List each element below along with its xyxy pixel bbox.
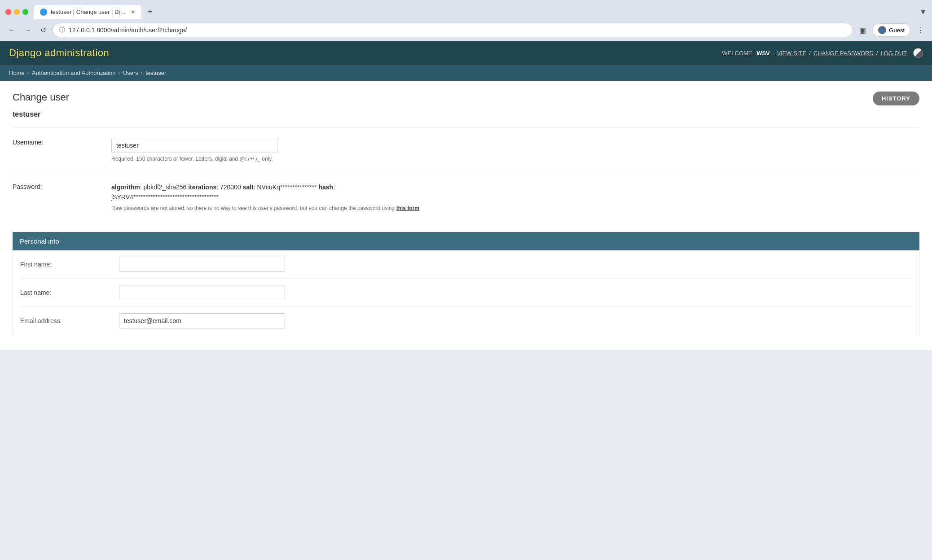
username-field-container: Required. 150 characters or fewer. Lette…	[111, 134, 919, 166]
minimize-window-button[interactable]	[14, 9, 20, 15]
django-admin-title: Django administration	[9, 47, 109, 59]
breadcrumb-separator-1: ›	[27, 70, 29, 76]
username-form-row: Username: Required. 150 characters or fe…	[13, 127, 919, 172]
browser-chrome: 🌐 testuser | Change user | Djan… ✕ + ▼	[0, 0, 932, 19]
iterations-label: iterations	[188, 184, 216, 191]
last-name-input[interactable]	[119, 285, 285, 300]
sidebar-button[interactable]: ▣	[857, 24, 869, 36]
active-tab[interactable]: 🌐 testuser | Change user | Djan… ✕	[34, 5, 141, 19]
breadcrumb-auth[interactable]: Authentication and Authorization	[32, 70, 115, 76]
change-password-link[interactable]: CHANGE PASSWORD	[813, 50, 874, 57]
url-display: 127.0.0.1:8000/admin/auth/user/2/change/	[69, 26, 846, 34]
password-hash-display: algorithm: pbkdf2_sha256 iterations: 720…	[111, 182, 919, 202]
last-name-form-row: Last name:	[20, 279, 912, 307]
email-label: Email address:	[20, 317, 119, 324]
personal-info-section-header: Personal info	[13, 232, 919, 250]
breadcrumb: Home › Authentication and Authorization …	[0, 65, 932, 81]
breadcrumb-current: testuser	[145, 70, 166, 76]
personal-info-section-body: First name: Last name: Email address:	[13, 250, 919, 335]
tab-list-button[interactable]: ▼	[919, 8, 927, 16]
security-icon: ⓘ	[59, 26, 65, 34]
last-name-label: Last name:	[20, 289, 119, 296]
browser-toolbar: ← → ↺ ⓘ 127.0.0.1:8000/admin/auth/user/2…	[0, 19, 932, 41]
theme-toggle-button[interactable]	[913, 48, 923, 58]
username-label: Username:	[13, 134, 111, 150]
back-button[interactable]: ←	[5, 24, 18, 36]
welcome-text: WELCOME,	[722, 50, 754, 57]
profile-label: Guest	[889, 27, 905, 34]
first-name-input[interactable]	[119, 257, 285, 272]
view-site-link[interactable]: VIEW SITE	[777, 50, 806, 57]
password-help-text: Raw passwords are not stored, so there i…	[111, 205, 919, 211]
window-controls	[5, 9, 28, 15]
password-label: Password:	[13, 179, 111, 195]
email-input[interactable]	[119, 313, 285, 328]
salt-label: salt	[243, 184, 254, 191]
tab-favicon: 🌐	[40, 9, 47, 16]
forward-button[interactable]: →	[22, 24, 34, 36]
username-help-text: Required. 150 characters or fewer. Lette…	[111, 156, 919, 162]
email-field-container	[119, 313, 912, 328]
password-form-row: Password: algorithm: pbkdf2_sha256 itera…	[13, 172, 919, 221]
history-button[interactable]: HISTORY	[873, 92, 919, 105]
last-name-field-container	[119, 285, 912, 300]
algorithm-label: algorithm	[111, 184, 140, 191]
first-name-form-row: First name:	[20, 250, 912, 279]
logged-in-username: WSV	[756, 50, 770, 57]
close-tab-button[interactable]: ✕	[131, 9, 135, 15]
close-window-button[interactable]	[5, 9, 11, 15]
profile-avatar-icon: 👤	[878, 26, 886, 34]
logout-link[interactable]: LOG OUT	[880, 50, 907, 57]
maximize-window-button[interactable]	[22, 9, 28, 15]
password-field-container: algorithm: pbkdf2_sha256 iterations: 720…	[111, 179, 919, 215]
profile-button[interactable]: 👤 Guest	[872, 23, 910, 37]
address-bar[interactable]: ⓘ 127.0.0.1:8000/admin/auth/user/2/chang…	[53, 23, 853, 37]
breadcrumb-separator-2: ›	[119, 70, 120, 76]
user-info-bar: WELCOME, WSV. VIEW SITE / CHANGE PASSWOR…	[722, 48, 923, 58]
first-name-label: First name:	[20, 261, 119, 268]
page-title: Change user	[13, 92, 919, 103]
first-name-field-container	[119, 257, 912, 272]
email-form-row: Email address:	[20, 307, 912, 335]
hash-label: hash	[319, 184, 334, 191]
username-input[interactable]	[111, 138, 277, 153]
breadcrumb-separator-3: ›	[141, 70, 143, 76]
main-content: HISTORY Change user testuser Username: R…	[0, 81, 932, 350]
browser-menu-button[interactable]: ⋮	[914, 24, 927, 36]
record-username-heading: testuser	[13, 110, 919, 118]
breadcrumb-home[interactable]: Home	[9, 70, 25, 76]
change-password-form-link[interactable]: this form	[396, 205, 419, 211]
new-tab-button[interactable]: +	[143, 4, 157, 19]
django-header: Django administration WELCOME, WSV. VIEW…	[0, 41, 932, 65]
breadcrumb-users[interactable]: Users	[123, 70, 138, 76]
refresh-button[interactable]: ↺	[38, 24, 49, 36]
tab-title: testuser | Change user | Djan…	[51, 9, 127, 15]
toolbar-right: ▣ 👤 Guest ⋮	[857, 23, 927, 37]
tab-bar: 🌐 testuser | Change user | Djan… ✕ + ▼	[5, 4, 927, 19]
